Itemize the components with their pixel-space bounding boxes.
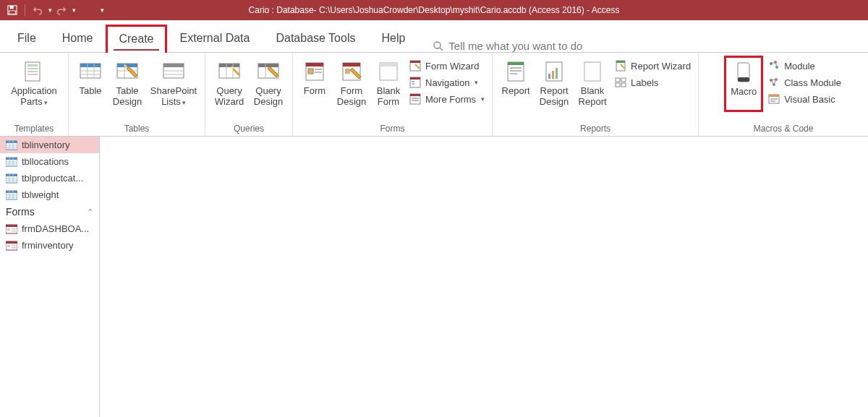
svg-rect-6 [27,64,38,66]
svg-rect-22 [163,64,184,67]
svg-rect-31 [258,64,278,67]
report-button[interactable]: Report [498,56,533,108]
tell-me-search[interactable]: Tell me what you want to do [433,40,582,52]
group-reports: Report Report Design Blank Report Report… [493,53,699,136]
undo-icon[interactable] [33,5,43,15]
svg-rect-82 [769,95,779,97]
title-bar: ▾ ▾ ▾ Cario : Database- C:\Users\JoshuaC… [0,0,868,20]
svg-rect-83 [770,98,778,100]
blank-report-button[interactable]: Blank Report [575,56,610,108]
nav-item-label: frmDASHBOA... [22,223,89,234]
form-wizard-button[interactable]: Form Wizard [407,59,486,73]
tab-create[interactable]: Create [106,25,166,53]
query-wizard-button[interactable]: Query Wizard [211,56,247,108]
svg-point-29 [231,66,234,69]
document-area [100,137,868,417]
group-label-reports: Reports [498,122,692,136]
nav-item-label: tbllocations [22,156,69,167]
tab-database-tools[interactable]: Database Tools [263,24,368,52]
navigation-icon [409,76,422,89]
svg-rect-104 [6,191,17,193]
tab-help[interactable]: Help [368,24,418,52]
svg-rect-115 [6,241,17,244]
tab-home[interactable]: Home [49,24,106,52]
sharepoint-lists-button[interactable]: SharePoint Lists▾ [148,56,199,108]
ribbon-tabs: File Home Create External Data Database … [0,20,868,53]
query-design-button[interactable]: Query Design [250,56,286,108]
svg-rect-113 [12,231,16,232]
svg-rect-40 [345,69,350,74]
nav-table-item[interactable]: tblinventory [0,137,99,153]
query-wizard-icon [218,59,241,85]
svg-rect-65 [616,78,620,82]
undo-dropdown-icon[interactable]: ▾ [48,7,52,14]
module-icon [767,59,780,72]
blank-form-icon [378,59,399,85]
svg-rect-34 [306,63,323,66]
group-templates: Application Parts▾ Templates [0,53,69,136]
svg-rect-62 [584,62,600,81]
blank-form-button[interactable]: Blank Form [373,56,404,108]
application-parts-button[interactable]: Application Parts▾ [6,56,62,108]
svg-rect-59 [548,74,550,79]
svg-rect-9 [27,74,38,75]
table-button[interactable]: Table [75,56,106,108]
nav-form-item[interactable]: frminventory [0,237,99,254]
chevron-down-icon: ▾ [44,99,48,106]
table-design-button[interactable]: Table Design [109,56,145,108]
svg-rect-47 [412,81,414,82]
group-label-templates: Templates [6,122,62,136]
svg-rect-48 [412,83,414,85]
table-icon [6,157,17,167]
class-module-icon [767,76,780,89]
svg-rect-64 [616,61,625,63]
nav-form-item[interactable]: frmDASHBOA... [0,220,99,237]
form-button[interactable]: Form [299,56,331,108]
search-icon [433,40,444,52]
nav-table-item[interactable]: tblweight [0,186,99,203]
labels-button[interactable]: Labels [613,75,692,90]
form-design-button[interactable]: Form Design [333,56,370,108]
module-button[interactable]: Module [766,59,843,73]
svg-rect-69 [738,77,749,82]
report-wizard-icon [614,59,627,72]
report-wizard-button[interactable]: Report Wizard [613,59,692,73]
blank-report-icon [582,59,603,85]
svg-rect-60 [552,71,554,79]
redo-icon[interactable] [56,5,67,15]
tab-external-data[interactable]: External Data [167,24,263,52]
svg-point-3 [434,42,441,48]
qat-separator [25,4,25,16]
macro-button[interactable]: Macro [724,56,763,112]
redo-dropdown-icon[interactable]: ▾ [72,7,76,14]
report-design-button[interactable]: Report Design [536,56,572,108]
visual-basic-button[interactable]: Visual Basic [766,92,843,106]
workspace: tblinventory tbllocations tblproductcat.… [0,137,868,417]
nav-table-item[interactable]: tblproductcat... [0,170,99,186]
svg-rect-86 [6,141,17,143]
nav-item-label: tblinventory [22,139,69,150]
qat-customize-icon[interactable]: ▾ [101,7,104,14]
svg-rect-92 [6,158,17,160]
nav-item-label: frminventory [22,240,74,251]
svg-rect-110 [6,225,17,227]
form-icon [304,59,326,85]
group-label-queries: Queries [211,122,286,136]
tab-file[interactable]: File [4,24,49,52]
navigation-button[interactable]: Navigation▾ [407,75,486,90]
nav-group-forms[interactable]: Forms ⌃ [0,203,99,220]
svg-rect-55 [510,67,522,69]
class-module-button[interactable]: Class Module [766,75,843,90]
quick-access-toolbar: ▾ ▾ ▾ [0,4,104,16]
svg-rect-2 [9,11,16,14]
save-icon[interactable] [7,5,17,15]
nav-table-item[interactable]: tbllocations [0,153,99,170]
table-design-icon [116,59,139,85]
svg-rect-17 [117,64,137,67]
navigation-pane: tblinventory tbllocations tblproductcat.… [0,137,100,417]
group-forms: Form Form Design Blank Form Form Wizard … [293,53,493,136]
more-forms-button[interactable]: More Forms▾ [407,92,486,106]
svg-rect-117 [12,245,16,246]
form-icon [6,224,17,234]
svg-rect-111 [7,228,10,231]
